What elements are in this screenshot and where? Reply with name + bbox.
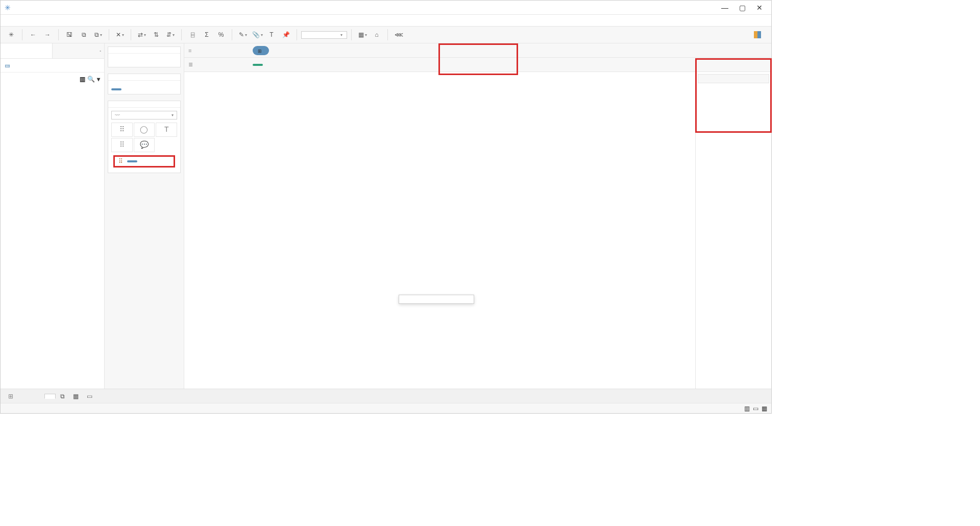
group-button[interactable]: ⌸ [186,28,199,41]
clear-button[interactable]: ✕ [113,28,127,41]
menu-file[interactable] [5,19,13,21]
measures-header [1,88,104,94]
tab-sheet3[interactable] [44,394,56,399]
sheet-tabs: ⧉ ▦ ▭ [1,389,771,403]
sort-desc-button[interactable]: ⇵ [164,28,177,41]
tab-total-sales[interactable] [20,394,31,399]
tooltip [399,295,474,304]
menu-story[interactable] [45,19,54,21]
view-grid-icon[interactable]: ▦ [762,405,767,412]
mark-color[interactable]: ⠿ [111,123,133,137]
present-button[interactable]: ▦ [356,28,369,41]
sheet-title [187,74,695,78]
attach-button[interactable]: 📎 [251,28,264,41]
pin-button[interactable]: 📌 [279,28,292,41]
menu-icon[interactable]: ▾ [97,76,100,83]
mark-tooltip[interactable]: 💬 [134,138,155,152]
legend-panel [696,72,771,389]
chart-wrap [189,80,693,385]
menu-format[interactable] [76,19,84,21]
color-dots-icon: ⠿ [116,158,125,165]
tableau-logo-icon [5,4,13,12]
tableau-icon[interactable]: ✳ [5,28,18,41]
label-icon: T [156,125,177,133]
mark-detail[interactable]: ⠿ [111,138,133,152]
data-panel: ▥🔍▾ [1,43,105,389]
color-icon: ⠿ [112,125,132,133]
percent-button[interactable]: % [214,28,228,41]
mark-type-select[interactable] [111,111,177,119]
share-button[interactable]: ⋘ [392,28,405,41]
toolbar: ✳ ← → 🖫 ⧉ ⧉ ✕ ⇄ ⇅ ⇵ ⌸ Σ % ✎ 📎 T 📌 ▦ ⌂ ⋘ [1,26,771,43]
dimensions-header: ▥🔍▾ [1,73,104,86]
save-button[interactable]: 🖫 [63,28,76,41]
worksheet-area: ≡ ≣ [184,43,771,389]
rows-icon: ≣ [188,61,193,68]
menu-server[interactable] [86,19,94,21]
marks-card: ⠿ ◯ T ⠿ 💬 ⠿ [108,101,181,173]
datasource-row[interactable] [1,59,104,73]
menu-data[interactable] [15,19,23,21]
search-icon[interactable]: 🔍 [87,76,95,83]
tab-datasource[interactable] [3,390,19,402]
main: ▥🔍▾ [1,43,771,389]
parameters-header [1,96,104,102]
statusbar: ▥ ▭ ▦ [1,403,771,413]
size-icon: ◯ [134,125,155,133]
columns-icon: ≡ [188,47,191,54]
filters-card [108,74,181,94]
filters-title [108,74,180,81]
tab-analytics[interactable] [52,43,104,58]
cards-panel: ⠿ ◯ T ⠿ 💬 ⠿ [105,43,184,389]
tooltip-icon: 💬 [134,140,155,149]
detail-icon: ⠿ [112,140,132,149]
menu-window[interactable] [96,19,105,21]
new-dashboard-button[interactable]: ▦ [69,390,82,402]
menu-dashboard[interactable] [35,19,43,21]
fit-select[interactable] [301,31,347,39]
minimize-button[interactable]: — [717,3,732,13]
view-tabs-icon[interactable]: ▥ [744,405,750,412]
view-filmstrip-icon[interactable]: ▭ [753,405,758,412]
totals-button[interactable]: Σ [200,28,213,41]
area-chart[interactable] [189,80,693,385]
rows-shelf[interactable]: ≣ [184,58,771,72]
columns-pill[interactable] [253,46,269,55]
menubar [1,15,771,26]
new-datasource-button[interactable]: ⧉ [77,28,90,41]
new-story-button[interactable]: ▭ [83,390,96,402]
pages-card [108,46,181,67]
show-me-button[interactable] [751,30,767,39]
new-sheet-button[interactable]: ⧉ [57,390,68,402]
tab-data[interactable] [1,43,52,58]
mark-size[interactable]: ◯ [134,123,155,137]
columns-shelf[interactable]: ≡ [184,43,771,58]
sort-asc-button[interactable]: ⇅ [150,28,163,41]
shelves: ≡ ≣ [184,43,771,72]
redo-button[interactable]: → [41,28,54,41]
rows-pill[interactable] [253,64,263,66]
filter-pill-year[interactable] [111,88,121,90]
close-button[interactable]: ✕ [752,3,767,13]
titlebar: — ▢ ✕ [1,1,771,15]
new-worksheet-button[interactable]: ⧉ [91,28,105,41]
mark-color-pill-row: ⠿ [113,155,175,168]
view-icon[interactable]: ▥ [80,76,85,83]
legend-card [698,74,769,83]
maximize-button[interactable]: ▢ [734,3,750,13]
mark-label[interactable]: T [156,123,177,137]
undo-button[interactable]: ← [27,28,40,41]
workarea [184,72,771,389]
swap-button[interactable]: ⇄ [135,28,149,41]
menu-analysis[interactable] [56,19,64,21]
marks-title [108,101,180,108]
device-button[interactable]: ⌂ [370,28,383,41]
menu-worksheet[interactable] [25,19,33,21]
highlight-button[interactable]: ✎ [236,28,250,41]
plus-icon [258,47,262,54]
tab-gantt[interactable] [32,394,43,399]
mark-color-pill[interactable] [127,160,137,162]
menu-help[interactable] [107,19,115,21]
text-button[interactable]: T [265,28,278,41]
menu-map[interactable] [66,19,74,21]
